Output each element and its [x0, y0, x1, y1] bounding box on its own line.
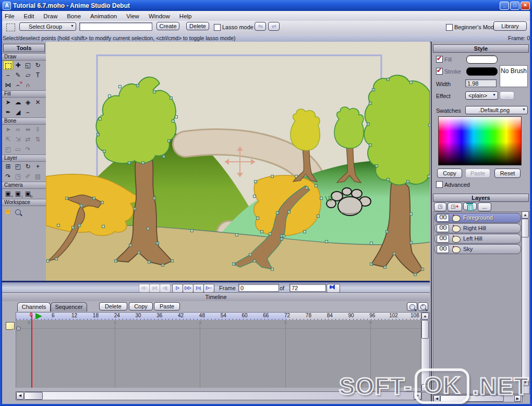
vector-point-handle[interactable]: [410, 213, 413, 216]
vector-point-handle[interactable]: [255, 181, 257, 183]
step-forward-frame-button[interactable]: ▷|: [193, 284, 204, 293]
vector-point-handle[interactable]: [253, 260, 256, 262]
vector-point-handle[interactable]: [80, 205, 83, 207]
paint-bucket-tool[interactable]: ◈: [23, 98, 33, 107]
timeline-hscroll-left-icon[interactable]: ◀: [16, 392, 24, 400]
scale-bone-tool[interactable]: ⇹: [23, 125, 33, 134]
manipulate-bones-tool[interactable]: ▭: [13, 145, 23, 154]
style-reset-button[interactable]: Reset: [494, 169, 521, 178]
track-camera-tool[interactable]: ▣+: [3, 189, 13, 198]
vector-point-handle[interactable]: [261, 231, 263, 233]
vector-point-handle[interactable]: [72, 226, 75, 229]
scale-layer-tool[interactable]: ◰: [13, 162, 23, 171]
vector-point-handle[interactable]: [137, 85, 139, 87]
layer-row-sky[interactable]: ʘʘSky: [434, 244, 521, 254]
vector-point-handle[interactable]: [168, 140, 171, 142]
vector-point-handle[interactable]: [233, 263, 235, 266]
hide-edge-tool[interactable]: ⌢: [23, 108, 33, 117]
delete-layer-button[interactable]: [463, 202, 477, 210]
menu-view[interactable]: View: [122, 12, 144, 20]
vector-point-handle[interactable]: [276, 212, 279, 214]
select-group-dropdown[interactable]: Select Group: [19, 22, 76, 31]
playhead-line[interactable]: [31, 315, 32, 388]
vector-point-handle[interactable]: [386, 231, 389, 233]
line-width-tool[interactable]: ◢: [13, 108, 23, 117]
color-picker[interactable]: [438, 116, 522, 165]
vector-point-handle[interactable]: [315, 185, 318, 187]
tab-channels[interactable]: Channels: [17, 302, 51, 312]
rotate-layer-xy-tool[interactable]: ↷: [3, 172, 13, 181]
vector-point-handle[interactable]: [47, 260, 50, 262]
curvature-tool[interactable]: ⋈: [3, 80, 13, 90]
selection-name-input[interactable]: [79, 22, 152, 31]
fast-forward-button[interactable]: ▷▷: [183, 284, 194, 293]
menu-animation[interactable]: Animation: [86, 12, 122, 20]
vector-point-handle[interactable]: [191, 230, 194, 232]
close-button[interactable]: ✕: [521, 2, 530, 10]
vector-point-handle[interactable]: [134, 208, 136, 210]
width-input[interactable]: [465, 79, 497, 87]
effect-dropdown[interactable]: <plain>: [465, 91, 498, 100]
menu-file[interactable]: File: [0, 12, 19, 20]
play-button[interactable]: ▷: [172, 284, 183, 293]
layers-scroll-up-icon[interactable]: ▲: [522, 211, 529, 219]
freehand-tool[interactable]: ✎: [13, 70, 23, 80]
vector-point-handle[interactable]: [103, 150, 106, 153]
vector-point-handle[interactable]: [320, 197, 323, 200]
flip-vertical-icon[interactable]: ⇌: [268, 22, 280, 31]
tab-sequencer[interactable]: Sequencer: [51, 302, 87, 312]
vector-point-handle[interactable]: [370, 242, 373, 245]
vector-point-handle[interactable]: [66, 197, 68, 200]
delete-shape-tool[interactable]: ✕: [33, 98, 43, 107]
layer-row-foreground[interactable]: ʘʘForeground: [434, 213, 521, 223]
vector-point-handle[interactable]: [236, 234, 238, 236]
swatches-dropdown[interactable]: .Default.png: [465, 106, 528, 114]
select-points-tool[interactable]: [3, 61, 13, 70]
flip-horizontal-icon[interactable]: ⇋: [255, 22, 266, 31]
vector-point-handle[interactable]: [410, 81, 413, 84]
rotate-points-tool[interactable]: ↻: [33, 61, 43, 70]
beginners-mode-checkbox[interactable]: [446, 24, 453, 31]
vector-point-handle[interactable]: [170, 97, 173, 100]
current-frame-input[interactable]: [238, 284, 279, 292]
add-bone-tool[interactable]: ⇱: [3, 135, 13, 144]
style-paste-button[interactable]: Paste: [465, 169, 490, 178]
menu-edit[interactable]: Edit: [19, 12, 39, 20]
menu-draw[interactable]: Draw: [39, 12, 62, 20]
vector-point-handle[interactable]: [101, 201, 104, 204]
layers-scroll-thumb[interactable]: [522, 219, 529, 237]
rewind-start-button[interactable]: ◁○: [139, 284, 150, 293]
bone-strength-tool[interactable]: ⇄: [23, 135, 33, 144]
roll-camera-tool[interactable]: ▣↻: [23, 189, 33, 198]
vector-point-handle[interactable]: [407, 181, 409, 183]
new-layer-add-button[interactable]: ◳+: [448, 202, 462, 211]
draw-shape-tool[interactable]: ▱: [23, 70, 33, 80]
canvas[interactable]: [46, 42, 430, 281]
vector-point-handle[interactable]: [271, 175, 274, 178]
rotate-bone-tool[interactable]: ⇳: [33, 125, 43, 134]
vector-point-handle[interactable]: [97, 134, 100, 136]
timeline-zoom-out-button[interactable]: -: [407, 302, 417, 311]
style-copy-button[interactable]: Copy: [437, 169, 462, 178]
bone-dynamics-tool[interactable]: ⇅: [33, 135, 43, 144]
brush-selector[interactable]: No Brush: [500, 65, 528, 87]
timeline-paste-button[interactable]: Paste: [154, 302, 180, 311]
timeline-zoom-in-button[interactable]: +: [418, 302, 428, 311]
vector-point-handle[interactable]: [369, 144, 372, 147]
vector-point-handle[interactable]: [306, 187, 308, 189]
layer-row-right-hill[interactable]: ʘʘRight Hill: [434, 223, 521, 233]
vector-point-handle[interactable]: [55, 258, 58, 260]
select-shape-tool[interactable]: ➤: [3, 98, 13, 107]
vector-point-handle[interactable]: [283, 235, 285, 237]
shear-layer-tool[interactable]: ◳: [13, 172, 23, 181]
stroke-color-swatch[interactable]: [466, 67, 498, 76]
stroke-checkbox[interactable]: [436, 68, 443, 75]
vector-point-handle[interactable]: [414, 273, 417, 276]
layer-visibility-icon[interactable]: ʘʘ: [437, 224, 449, 232]
vector-point-handle[interactable]: [271, 268, 274, 271]
layers-scrollbar[interactable]: [522, 211, 530, 394]
timeline-scroll-thumb[interactable]: [421, 320, 429, 339]
select-bone-tool[interactable]: ➤: [3, 125, 13, 134]
vector-point-handle[interactable]: [281, 238, 283, 241]
effect-options-button[interactable]: ...: [500, 91, 514, 100]
